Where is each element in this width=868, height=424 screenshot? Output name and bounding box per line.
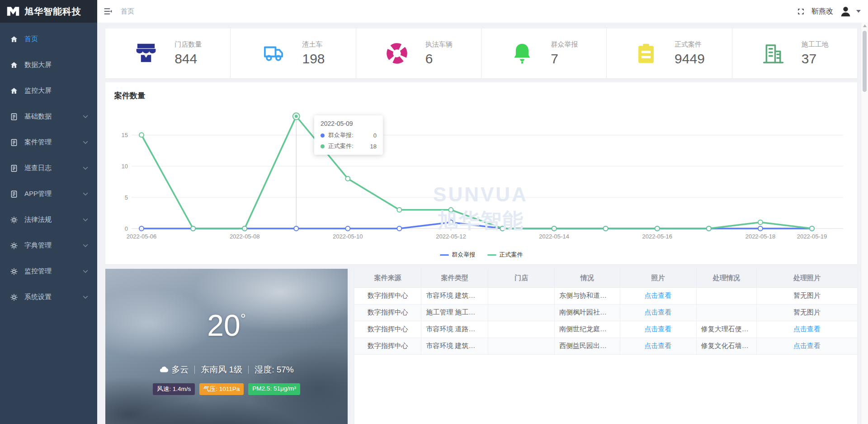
weather-badge: 气压: 1011Pa [199, 383, 244, 395]
gear-icon [10, 267, 18, 276]
table-header: 案件类型 [421, 269, 488, 287]
table-header: 处理情况 [696, 269, 756, 287]
legend-item[interactable]: 正式案件 [487, 251, 523, 259]
caret-down-icon[interactable] [856, 10, 861, 13]
chevron-down-icon [83, 192, 88, 196]
svg-text:0: 0 [125, 225, 128, 232]
breadcrumb[interactable]: 首页 [121, 7, 134, 16]
truck-icon [261, 41, 286, 66]
sidebar-item-data-screen[interactable]: 数据大屏 [0, 52, 97, 78]
avatar[interactable] [840, 5, 852, 18]
view-photo-link[interactable]: 点击查看 [645, 342, 672, 349]
table-cell-text: 西侧益民园出… [559, 342, 607, 349]
table-cell-text: 修复大理石便… [701, 325, 749, 333]
weather-badge: 风速: 1.4m/s [153, 383, 195, 395]
legend-item[interactable]: 群众举报 [440, 251, 476, 259]
table-cell-text: 修复文化石墙… [701, 342, 749, 349]
sidebar-item-app-mgmt[interactable]: APP管理 [0, 181, 97, 207]
table-cell-text: 市容环境 道路… [426, 325, 475, 333]
table-cell: 点击查看 [757, 321, 857, 338]
username[interactable]: 靳燕改 [811, 7, 833, 16]
table-cell-text: 数字指挥中心 [368, 308, 408, 316]
view-photo-link[interactable]: 点击查看 [645, 325, 672, 333]
home-icon [10, 35, 18, 43]
stat-label: 正式案件 [675, 40, 705, 49]
table-cell: 点击查看 [620, 338, 696, 354]
svg-text:10: 10 [122, 163, 128, 170]
clipboard-icon [634, 41, 658, 66]
view-photo-link[interactable]: 点击查看 [645, 291, 672, 299]
table-cell: 南侧世纪龙庭… [555, 321, 620, 338]
tooltip-row: 群众举报: 0 [321, 131, 377, 139]
table-cell: 市容环境 建筑… [421, 287, 488, 304]
scrollbar-thumb[interactable] [863, 31, 867, 92]
case-count-chart-card: 案件数量 0510152022-05-062022-05-082022-05-1… [105, 82, 857, 264]
chart-title: 案件数量 [114, 91, 848, 101]
table-cell: 点击查看 [620, 304, 696, 321]
document-icon [10, 190, 18, 198]
svg-text:2022-05-14: 2022-05-14 [539, 233, 569, 240]
sidebar-item-case-mgmt[interactable]: 案件管理 [0, 129, 97, 155]
chart-area: 0510152022-05-062022-05-082022-05-102022… [114, 103, 848, 249]
sidebar-item-home[interactable]: 首页 [0, 26, 97, 52]
svg-text:2022-05-06: 2022-05-06 [127, 233, 157, 240]
table-cell: 点击查看 [757, 338, 857, 354]
svg-text:2022-05-08: 2022-05-08 [230, 233, 259, 240]
stat-value: 844 [175, 51, 202, 67]
table-row: 数字指挥中心市容环境 建筑…西侧益民园出…点击查看修复文化石墙…点击查看 [354, 338, 857, 354]
sidebar-item-monitor-mgmt[interactable]: 监控管理 [0, 258, 97, 284]
scroll-up-icon[interactable] [863, 24, 867, 27]
building-icon [761, 41, 785, 66]
chart-tooltip: 2022-05-09 群众举报: 0 正式案件: 18 [314, 115, 383, 155]
legend-label: 群众举报 [452, 251, 476, 259]
scrollbar[interactable] [861, 23, 868, 424]
shop-icon [134, 41, 158, 66]
table-cell: 南侧枫叶园社… [555, 304, 620, 321]
sidebar-item-monitor-screen[interactable]: 监控大屏 [0, 78, 97, 104]
divider [248, 366, 249, 374]
case-table: 案件来源案件类型门店情况照片处理情况处理照片数字指挥中心市容环境 建筑…东侧与协… [354, 269, 857, 355]
fullscreen-icon[interactable] [797, 7, 805, 16]
table-cell-text: 暂无图片 [793, 291, 821, 299]
view-photo-link[interactable]: 点击查看 [793, 325, 821, 333]
table-header: 照片 [620, 269, 696, 287]
table-cell: 施工管理 施工… [421, 304, 488, 321]
sidebar-item-patrol-log[interactable]: 巡查日志 [0, 155, 97, 181]
sidebar-item-label: 法律法规 [24, 215, 52, 224]
table-cell [488, 338, 555, 354]
table-cell [488, 287, 555, 304]
sidebar-item-base-data[interactable]: 基础数据 [0, 104, 97, 129]
sidebar-toggle-icon[interactable] [104, 7, 113, 16]
table-cell: 西侧益民园出… [555, 338, 620, 354]
table-header: 案件来源 [354, 269, 421, 287]
sidebar-item-label: 监控大屏 [24, 86, 52, 95]
stat-card-law-vehicles: 执法车辆6 [356, 29, 481, 78]
stat-value: 198 [302, 51, 325, 67]
series-dot-icon [321, 133, 325, 138]
brand-logo: 旭华智能科技 [0, 0, 97, 23]
table-row: 数字指挥中心市容环境 道路…南侧世纪龙庭…点击查看修复大理石便…点击查看 [354, 321, 857, 338]
view-photo-link[interactable]: 点击查看 [645, 308, 672, 316]
stat-card-sites: 施工工地37 [732, 29, 857, 78]
table-row: 数字指挥中心施工管理 施工…南侧枫叶园社…点击查看暂无图片 [354, 304, 857, 321]
sidebar-item-label: 巡查日志 [24, 164, 52, 172]
sidebar-item-sys-settings[interactable]: 系统设置 [0, 284, 97, 310]
content: 门店数量844渣土车198执法车辆6群众举报7正式案件9449施工工地37 案件… [97, 23, 861, 424]
chevron-down-icon [83, 295, 88, 299]
sidebar-item-label: 系统设置 [24, 293, 52, 301]
document-icon [10, 164, 18, 172]
stat-value: 6 [425, 51, 453, 67]
stat-label: 群众举报 [551, 40, 578, 49]
stat-label: 施工工地 [802, 40, 829, 49]
topbar-right: 靳燕改 [797, 5, 861, 18]
series-dot-icon [321, 144, 325, 148]
sidebar-item-laws[interactable]: 法律法规 [0, 207, 97, 233]
table-cell [488, 321, 555, 338]
view-photo-link[interactable]: 点击查看 [793, 342, 821, 349]
table-cell-text: 市容环境 建筑… [426, 342, 475, 349]
svg-text:2022-05-10: 2022-05-10 [333, 233, 363, 240]
svg-text:5: 5 [125, 194, 128, 201]
sidebar-item-dict-mgmt[interactable]: 字典管理 [0, 233, 97, 258]
temperature: 20° [207, 310, 245, 340]
bell-icon [510, 41, 534, 66]
